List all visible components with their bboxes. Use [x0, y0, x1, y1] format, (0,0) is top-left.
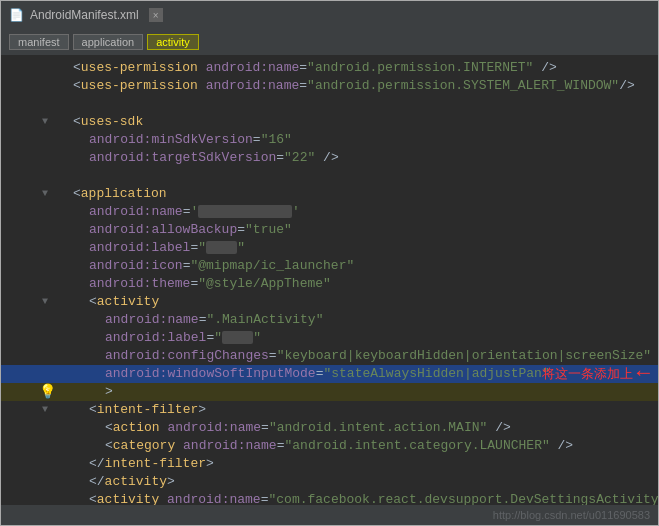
- code-line: <uses-permission android:name="android.p…: [1, 77, 658, 95]
- annotation-text: 将这一条添加上: [542, 365, 633, 383]
- line-content: </activity>: [53, 473, 658, 491]
- watermark-url: http://blog.csdn.net/u011690583: [493, 509, 650, 521]
- breadcrumb-activity[interactable]: activity: [147, 34, 199, 50]
- line-content: <uses-permission android:name="android.p…: [53, 59, 658, 77]
- line-fold: ▼: [37, 185, 53, 203]
- code-line-yellow: > 💡: [1, 383, 658, 401]
- line-content: >: [53, 383, 658, 401]
- blurred-name: [198, 205, 292, 218]
- code-line: [1, 95, 658, 113]
- line-content: android:icon="@mipmap/ic_launcher": [53, 257, 658, 275]
- file-icon: 📄: [9, 8, 24, 23]
- line-content: [53, 95, 658, 113]
- code-line: <action android:name="android.intent.act…: [1, 419, 658, 437]
- line-content: android:configChanges="keyboard|keyboard…: [53, 347, 658, 365]
- code-line: <category android:name="android.intent.c…: [1, 437, 658, 455]
- code-line: ▼ <application: [1, 185, 658, 203]
- line-content: <activity android:name="com.facebook.rea…: [53, 491, 658, 505]
- line-content: android:targetSdkVersion="22" />: [53, 149, 658, 167]
- line-content: <activity: [53, 293, 658, 311]
- code-line: <uses-permission android:name="android.p…: [1, 59, 658, 77]
- title-bar: 📄 AndroidManifest.xml ×: [1, 1, 658, 29]
- code-line: </intent-filter>: [1, 455, 658, 473]
- blurred-label: [206, 241, 237, 254]
- line-content: android:name=".MainActivity": [53, 311, 658, 329]
- line-content: [53, 167, 658, 185]
- code-line: android:targetSdkVersion="22" />: [1, 149, 658, 167]
- line-content: android:allowBackup="true": [53, 221, 658, 239]
- line-content: android:label=" ": [53, 329, 658, 347]
- line-content: android:label=" ": [53, 239, 658, 257]
- line-content: <action android:name="android.intent.act…: [53, 419, 658, 437]
- code-line: [1, 167, 658, 185]
- blurred-activity-label: [222, 331, 253, 344]
- arrow-icon: ←: [637, 365, 650, 383]
- code-line: android:icon="@mipmap/ic_launcher": [1, 257, 658, 275]
- line-fold: ▼: [37, 401, 53, 419]
- code-line: ▼ <intent-filter>: [1, 401, 658, 419]
- annotation: 将这一条添加上 ←: [542, 365, 650, 383]
- code-line: </activity>: [1, 473, 658, 491]
- code-line: <activity android:name="com.facebook.rea…: [1, 491, 658, 505]
- code-line: android:theme="@style/AppTheme": [1, 275, 658, 293]
- bottom-bar: http://blog.csdn.net/u011690583: [1, 505, 658, 525]
- line-fold: ▼: [37, 293, 53, 311]
- code-line: ▼ <activity: [1, 293, 658, 311]
- line-content: <category android:name="android.intent.c…: [53, 437, 658, 455]
- line-content: android:name=' ': [53, 203, 658, 221]
- code-line: android:name=".MainActivity": [1, 311, 658, 329]
- code-line: android:name=' ': [1, 203, 658, 221]
- code-line-selected: android:windowSoftInputMode="stateAlways…: [1, 365, 658, 383]
- line-fold: ▼: [37, 113, 53, 131]
- bulb-icon[interactable]: 💡: [39, 383, 56, 401]
- code-line: ▼ <uses-sdk: [1, 113, 658, 131]
- breadcrumb-bar: manifest application activity: [1, 29, 658, 55]
- breadcrumb-application[interactable]: application: [73, 34, 144, 50]
- breadcrumb-manifest[interactable]: manifest: [9, 34, 69, 50]
- line-content: <uses-permission android:name="android.p…: [53, 77, 658, 95]
- title-text: AndroidManifest.xml: [30, 8, 139, 22]
- line-content: <application: [53, 185, 658, 203]
- code-line: android:label=" ": [1, 239, 658, 257]
- line-content: android:minSdkVersion="16": [53, 131, 658, 149]
- main-window: 📄 AndroidManifest.xml × manifest applica…: [0, 0, 659, 526]
- code-line: android:minSdkVersion="16": [1, 131, 658, 149]
- close-button[interactable]: ×: [149, 8, 163, 22]
- line-content: <uses-sdk: [53, 113, 658, 131]
- code-editor: <uses-permission android:name="android.p…: [1, 55, 658, 505]
- line-content: <intent-filter>: [53, 401, 658, 419]
- code-line: android:allowBackup="true": [1, 221, 658, 239]
- code-line: android:configChanges="keyboard|keyboard…: [1, 347, 658, 365]
- code-line: android:label=" ": [1, 329, 658, 347]
- line-content: </intent-filter>: [53, 455, 658, 473]
- line-content: android:theme="@style/AppTheme": [53, 275, 658, 293]
